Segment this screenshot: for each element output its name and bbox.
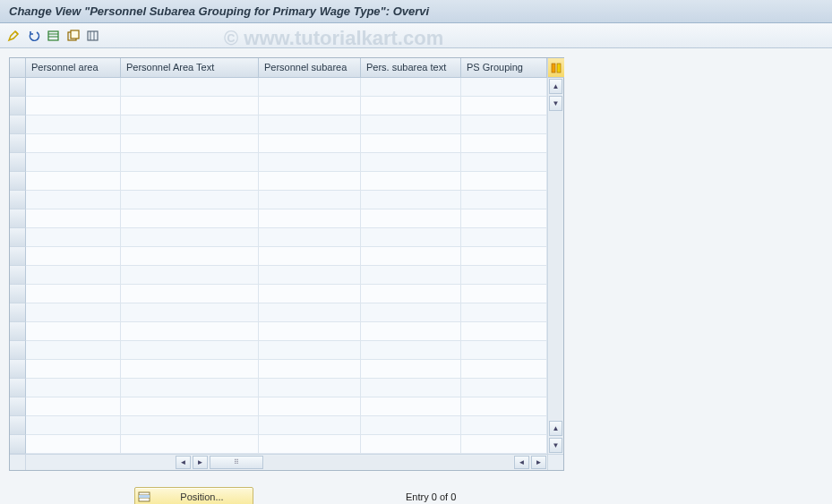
row-selector[interactable]: [10, 379, 26, 397]
new-entries-icon[interactable]: [45, 27, 63, 45]
table-cell[interactable]: [361, 303, 461, 322]
scroll-up-end-button[interactable]: ▲: [549, 421, 562, 436]
table-cell[interactable]: [121, 209, 259, 228]
table-cell[interactable]: [121, 97, 259, 115]
table-cell[interactable]: [361, 266, 461, 285]
table-cell[interactable]: [26, 322, 121, 341]
table-cell[interactable]: [26, 341, 121, 360]
copy-as-icon[interactable]: [64, 27, 82, 45]
table-cell[interactable]: [121, 379, 259, 397]
col-header-pers-subarea-text[interactable]: Pers. subarea text: [361, 58, 461, 78]
scroll-down-end-button[interactable]: ▼: [549, 438, 562, 453]
row-selector[interactable]: [10, 360, 26, 379]
table-cell[interactable]: [461, 266, 547, 285]
table-cell[interactable]: [121, 285, 259, 303]
scroll-left-button[interactable]: ◄: [176, 456, 191, 469]
table-cell[interactable]: [259, 360, 361, 379]
table-cell[interactable]: [26, 303, 121, 322]
table-cell[interactable]: [121, 435, 259, 454]
table-cell[interactable]: [121, 322, 259, 341]
table-cell[interactable]: [121, 360, 259, 379]
table-cell[interactable]: [259, 97, 361, 115]
table-cell[interactable]: [461, 78, 547, 97]
table-cell[interactable]: [461, 191, 547, 209]
row-selector[interactable]: [10, 134, 26, 153]
table-cell[interactable]: [26, 97, 121, 115]
row-selector[interactable]: [10, 209, 26, 228]
table-cell[interactable]: [259, 228, 361, 247]
table-settings-icon[interactable]: [548, 58, 564, 78]
table-cell[interactable]: [259, 341, 361, 360]
table-cell[interactable]: [461, 209, 547, 228]
row-selector[interactable]: [10, 341, 26, 360]
table-cell[interactable]: [259, 322, 361, 341]
table-cell[interactable]: [361, 228, 461, 247]
scroll-left-end-button[interactable]: ◄: [514, 456, 529, 469]
table-cell[interactable]: [361, 209, 461, 228]
table-cell[interactable]: [26, 416, 121, 435]
row-selector[interactable]: [10, 247, 26, 266]
table-cell[interactable]: [121, 416, 259, 435]
table-cell[interactable]: [461, 397, 547, 416]
table-cell[interactable]: [259, 134, 361, 153]
table-cell[interactable]: [121, 303, 259, 322]
table-cell[interactable]: [26, 209, 121, 228]
table-cell[interactable]: [259, 379, 361, 397]
table-cell[interactable]: [461, 416, 547, 435]
row-selector[interactable]: [10, 191, 26, 209]
row-selector[interactable]: [10, 78, 26, 97]
table-cell[interactable]: [361, 97, 461, 115]
table-cell[interactable]: [26, 134, 121, 153]
table-cell[interactable]: [26, 228, 121, 247]
row-selector[interactable]: [10, 435, 26, 454]
table-cell[interactable]: [259, 172, 361, 191]
horizontal-scroll-thumb[interactable]: ⠿: [210, 456, 263, 469]
table-cell[interactable]: [461, 247, 547, 266]
table-cell[interactable]: [259, 191, 361, 209]
table-cell[interactable]: [26, 397, 121, 416]
table-cell[interactable]: [259, 285, 361, 303]
table-cell[interactable]: [26, 247, 121, 266]
table-cell[interactable]: [361, 397, 461, 416]
table-cell[interactable]: [461, 134, 547, 153]
table-cell[interactable]: [259, 266, 361, 285]
row-selector[interactable]: [10, 228, 26, 247]
table-cell[interactable]: [259, 303, 361, 322]
row-selector[interactable]: [10, 416, 26, 435]
table-cell[interactable]: [26, 435, 121, 454]
table-cell[interactable]: [26, 360, 121, 379]
table-cell[interactable]: [121, 134, 259, 153]
table-cell[interactable]: [26, 285, 121, 303]
table-cell[interactable]: [26, 172, 121, 191]
row-selector[interactable]: [10, 303, 26, 322]
table-cell[interactable]: [259, 435, 361, 454]
table-cell[interactable]: [461, 97, 547, 115]
table-cell[interactable]: [26, 78, 121, 97]
row-selector[interactable]: [10, 397, 26, 416]
table-cell[interactable]: [361, 360, 461, 379]
table-cell[interactable]: [361, 285, 461, 303]
table-cell[interactable]: [361, 134, 461, 153]
table-cell[interactable]: [121, 397, 259, 416]
table-cell[interactable]: [461, 172, 547, 191]
col-header-ps-grouping[interactable]: PS Grouping: [461, 58, 547, 78]
table-cell[interactable]: [461, 341, 547, 360]
table-cell[interactable]: [361, 435, 461, 454]
table-cell[interactable]: [461, 303, 547, 322]
table-cell[interactable]: [121, 247, 259, 266]
table-cell[interactable]: [461, 285, 547, 303]
table-cell[interactable]: [461, 360, 547, 379]
table-cell[interactable]: [461, 435, 547, 454]
table-cell[interactable]: [26, 115, 121, 134]
table-cell[interactable]: [259, 209, 361, 228]
row-selector[interactable]: [10, 172, 26, 191]
table-cell[interactable]: [26, 153, 121, 172]
row-selector[interactable]: [10, 115, 26, 134]
row-selector[interactable]: [10, 266, 26, 285]
table-cell[interactable]: [361, 153, 461, 172]
table-cell[interactable]: [121, 341, 259, 360]
table-cell[interactable]: [361, 416, 461, 435]
table-cell[interactable]: [259, 78, 361, 97]
col-header-personnel-subarea[interactable]: Personnel subarea: [259, 58, 361, 78]
table-cell[interactable]: [361, 115, 461, 134]
